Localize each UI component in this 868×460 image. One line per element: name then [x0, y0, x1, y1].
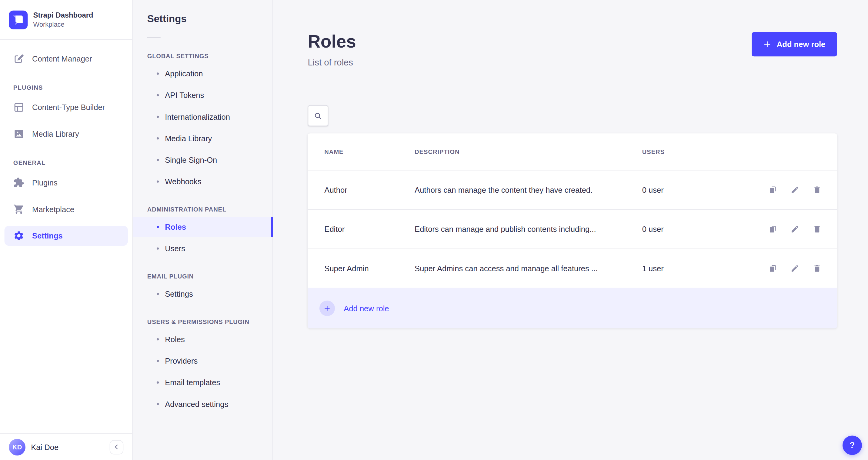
table-add-role-row[interactable]: Add new role — [308, 288, 837, 328]
sidebar-item-plugins[interactable]: Plugins — [4, 173, 128, 193]
app-title: Strapi Dashboard — [33, 11, 93, 20]
workspace-switcher[interactable]: Strapi Dashboard Workplace — [0, 0, 132, 40]
sidebar-item-content-type-builder[interactable]: Content-Type Builder — [4, 97, 128, 117]
subnav-item-internationalization[interactable]: Internationalization — [133, 107, 272, 127]
bullet-icon — [157, 338, 159, 340]
delete-button[interactable] — [812, 185, 821, 194]
subnav-item-label: Webhooks — [165, 177, 201, 186]
subnav-item-label: Roles — [165, 335, 185, 344]
subnav-section-administration-panel: ADMINISTRATION PANELRolesUsers — [133, 206, 272, 258]
subnav-item-providers[interactable]: Providers — [133, 351, 272, 371]
subnav-section-label: EMAIL PLUGIN — [147, 273, 273, 279]
subnav-section-label: USERS & PERMISSIONS PLUGIN — [147, 318, 273, 325]
workspace-name: Workplace — [33, 21, 93, 29]
cart-icon — [13, 204, 25, 215]
strapi-settings-roles-page: Strapi Dashboard Workplace Content Manag… — [0, 0, 868, 460]
search-button[interactable] — [308, 105, 329, 126]
workspace-info: Strapi Dashboard Workplace — [33, 11, 93, 29]
chevron-left-icon — [113, 443, 120, 451]
page-subtitle: List of roles — [308, 58, 837, 68]
subnav-item-settings[interactable]: Settings — [133, 284, 272, 304]
subnav-item-roles[interactable]: Roles — [133, 329, 272, 349]
sidebar-item-content-manager[interactable]: Content Manager — [4, 49, 128, 69]
collapse-sidebar-button[interactable] — [110, 440, 124, 454]
edit-icon — [790, 264, 799, 273]
table-header-row: NAME DESCRIPTION USERS — [308, 133, 837, 170]
subnav-item-advanced-settings[interactable]: Advanced settings — [133, 394, 272, 414]
role-name: Editor — [324, 225, 414, 234]
subnav-item-media-library[interactable]: Media Library — [133, 128, 272, 149]
layout-icon — [13, 102, 25, 113]
sidebar-item-label: Content Manager — [32, 54, 92, 63]
delete-button[interactable] — [812, 264, 821, 273]
subnav-item-application[interactable]: Application — [133, 64, 272, 84]
delete-icon — [812, 225, 821, 234]
duplicate-button[interactable] — [768, 185, 777, 194]
subnav-item-email-templates[interactable]: Email templates — [133, 372, 272, 392]
edit-icon — [790, 225, 799, 234]
add-new-role-button[interactable]: Add new role — [752, 32, 837, 56]
edit-button[interactable] — [790, 185, 799, 194]
role-name: Super Admin — [324, 264, 414, 273]
bullet-icon — [157, 94, 159, 96]
sidebar-item-media-library[interactable]: Media Library — [4, 124, 128, 144]
subnav-sections: GLOBAL SETTINGSApplicationAPI TokensInte… — [133, 53, 272, 414]
gear-icon — [13, 230, 25, 242]
edit-button[interactable] — [790, 264, 799, 273]
image-icon — [13, 128, 25, 140]
column-header-users: USERS — [642, 149, 822, 155]
sidebar-item-marketplace[interactable]: Marketplace — [4, 200, 128, 219]
role-users: 0 user — [642, 185, 739, 194]
table-row: Super AdminSuper Admins can access and m… — [308, 248, 837, 288]
duplicate-icon — [768, 185, 777, 194]
bullet-icon — [157, 159, 159, 161]
sidebar-item-settings[interactable]: Settings — [4, 226, 128, 246]
duplicate-button[interactable] — [768, 264, 777, 273]
subnav-item-single-sign-on[interactable]: Single Sign-On — [133, 150, 272, 170]
bullet-icon — [157, 293, 159, 295]
sidebar-section-label: GENERAL — [0, 159, 132, 166]
row-actions — [739, 225, 822, 234]
duplicate-button[interactable] — [768, 225, 777, 234]
subnav-item-roles[interactable]: Roles — [133, 217, 272, 237]
subnav-item-label: Advanced settings — [165, 400, 228, 408]
subnav-item-label: Users — [165, 244, 185, 253]
user-name: Kai Doe — [31, 442, 104, 451]
subnav-item-label: Media Library — [165, 134, 212, 143]
delete-icon — [812, 185, 821, 194]
subnav-section-users-permissions-plugin: USERS & PERMISSIONS PLUGINRolesProviders… — [133, 318, 272, 414]
subnav-title: Settings — [147, 13, 273, 25]
subnav-item-label: Email templates — [165, 378, 220, 387]
subnav-section-email-plugin: EMAIL PLUGINSettings — [133, 273, 272, 304]
role-name: Author — [324, 185, 414, 194]
edit-button[interactable] — [790, 225, 799, 234]
table-body: AuthorAuthors can manage the content the… — [308, 170, 837, 288]
help-button[interactable]: ? — [842, 435, 862, 455]
strapi-logo-icon — [9, 10, 28, 29]
subnav-section-label: ADMINISTRATION PANEL — [147, 206, 273, 212]
bullet-icon — [157, 403, 159, 405]
bullet-icon — [157, 247, 159, 249]
main-sidebar: Strapi Dashboard Workplace Content Manag… — [0, 0, 133, 460]
subnav-item-users[interactable]: Users — [133, 239, 272, 258]
subnav-item-label: API Tokens — [165, 91, 204, 100]
delete-button[interactable] — [812, 225, 821, 234]
duplicate-icon — [768, 264, 777, 273]
subnav-item-api-tokens[interactable]: API Tokens — [133, 85, 272, 105]
sidebar-section-label: PLUGINS — [0, 84, 132, 91]
sidebar-item-label: Content-Type Builder — [32, 103, 105, 112]
avatar[interactable]: KD — [9, 439, 26, 456]
subnav-section-global-settings: GLOBAL SETTINGSApplicationAPI TokensInte… — [133, 53, 272, 191]
subnav-item-label: Single Sign-On — [165, 155, 217, 164]
sidebar-item-label: Media Library — [32, 129, 79, 138]
sidebar-item-label: Settings — [32, 231, 63, 240]
subnav-item-label: Roles — [165, 222, 186, 231]
bullet-icon — [157, 226, 159, 228]
search-icon — [313, 111, 323, 120]
subnav-item-webhooks[interactable]: Webhooks — [133, 172, 272, 191]
pen-icon — [13, 53, 25, 64]
table-row: AuthorAuthors can manage the content the… — [308, 170, 837, 209]
sidebar-nav: Content ManagerPLUGINSContent-Type Build… — [0, 40, 132, 434]
puzzle-icon — [13, 177, 25, 188]
duplicate-icon — [768, 225, 777, 234]
